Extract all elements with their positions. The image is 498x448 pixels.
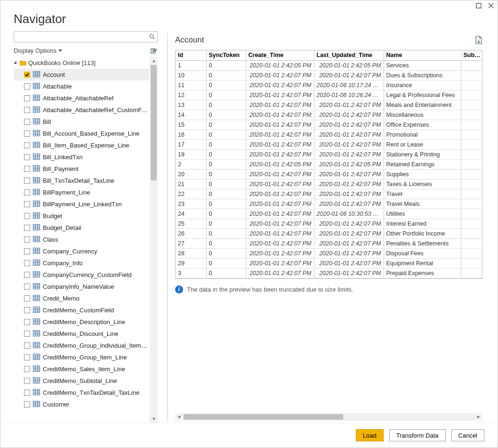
tree-folder-root[interactable]: QuickBooks Online [113] xyxy=(14,57,149,69)
table-row[interactable]: 2502020-01-01 2:42:07 PM2020-01-01 2:42:… xyxy=(176,219,482,228)
checkbox[interactable] xyxy=(24,295,30,301)
checkbox[interactable] xyxy=(24,366,30,372)
table-row[interactable]: 102020-01-01 2:42:05 PM2020-01-01 2:42:0… xyxy=(176,60,482,70)
checkbox[interactable] xyxy=(24,201,30,207)
preview-horizontal-scrollbar[interactable] xyxy=(175,413,482,421)
table-row[interactable]: 2602020-01-01 2:42:07 PM2020-01-01 2:42:… xyxy=(176,228,482,238)
column-header[interactable]: SyncToken xyxy=(206,50,246,60)
tree-item[interactable]: Account xyxy=(14,69,149,81)
scroll-thumb[interactable] xyxy=(151,65,157,180)
load-button[interactable]: Load xyxy=(356,429,384,441)
checkbox[interactable] xyxy=(24,119,30,125)
table-row[interactable]: 1602020-01-01 2:42:07 PM2020-01-01 2:42:… xyxy=(176,130,482,139)
display-options-dropdown[interactable]: Display Options xyxy=(14,47,62,54)
tree-item[interactable]: BillPayment_Line_LinkedTxn xyxy=(14,198,149,210)
pane-divider[interactable] xyxy=(167,33,168,421)
tree-item[interactable]: Bill_Payment xyxy=(14,163,149,175)
tree-item[interactable]: CreditMemo_Group_Individual_Item_Li... xyxy=(14,340,149,351)
transform-data-button[interactable]: Transform Data xyxy=(389,429,446,441)
tree-item[interactable]: CompanyInfo_NameValue xyxy=(14,281,149,293)
tree-item[interactable]: Attachable xyxy=(14,81,149,92)
scroll-thumb[interactable] xyxy=(184,414,343,420)
table-row[interactable]: 1402020-01-01 2:42:07 PM2020-01-01 2:42:… xyxy=(176,110,482,120)
export-icon[interactable] xyxy=(475,36,482,44)
table-row[interactable]: 2902020-01-01 2:42:07 PM2020-01-01 2:42:… xyxy=(176,258,482,268)
tree-item[interactable]: CreditMemo_Description_Line xyxy=(14,316,149,328)
tree-item[interactable]: BillPayment_Line xyxy=(14,187,149,198)
scroll-up-icon[interactable] xyxy=(150,57,158,65)
scroll-down-icon[interactable] xyxy=(150,415,158,423)
checkbox[interactable] xyxy=(24,236,30,243)
close-icon[interactable] xyxy=(488,3,494,8)
tree-item[interactable]: Company_Info xyxy=(14,257,149,269)
checkbox[interactable] xyxy=(24,154,30,160)
search-input[interactable] xyxy=(16,32,147,42)
table-row[interactable]: 2302020-01-01 2:42:07 PM2020-01-01 2:42:… xyxy=(176,199,482,209)
tree-item[interactable]: Customer xyxy=(14,399,149,410)
checkbox[interactable] xyxy=(24,331,30,337)
tree-item[interactable]: CreditMemo_Discount_Line xyxy=(14,328,149,340)
checkbox[interactable] xyxy=(24,401,30,407)
tree-item[interactable]: CreditMemo_TxnTaxDetail_TaxLine xyxy=(14,387,149,399)
checkbox[interactable] xyxy=(24,260,30,266)
tree-item[interactable]: Bill_Account_Based_Expense_Line xyxy=(14,128,149,139)
checkbox[interactable] xyxy=(24,130,30,137)
table-row[interactable]: 2202020-01-01 2:42:07 PM2020-01-01 2:42:… xyxy=(176,189,482,199)
scroll-track[interactable] xyxy=(150,65,158,415)
checkbox[interactable] xyxy=(24,342,30,349)
tree-item[interactable]: Attachable_AttachableRef_CustomField xyxy=(14,104,149,116)
tree-item[interactable]: CompanyCurrency_CustomField xyxy=(14,269,149,281)
tree-item[interactable]: CreditMemo_Sales_Item_Line xyxy=(14,363,149,375)
scroll-track[interactable] xyxy=(184,413,474,421)
checkbox[interactable] xyxy=(24,189,30,195)
table-row[interactable]: 1102020-01-01 2:42:07 PM2020-01-06 10:17… xyxy=(176,80,482,90)
table-row[interactable]: 2002020-01-01 2:42:07 PM2020-01-01 2:42:… xyxy=(176,169,482,179)
table-row[interactable]: 2402020-01-01 2:42:07 PM2020-01-06 10:30… xyxy=(176,209,482,219)
tree-item[interactable]: Bill_Item_Based_Expense_Line xyxy=(14,139,149,151)
checkbox[interactable] xyxy=(24,107,30,113)
tree-item[interactable]: Class xyxy=(14,234,149,245)
scroll-right-icon[interactable] xyxy=(474,413,482,421)
scroll-left-icon[interactable] xyxy=(175,413,184,421)
tree-item[interactable]: Bill_LinkedTxn xyxy=(14,151,149,163)
tree-item[interactable]: Company_Currency xyxy=(14,245,149,257)
tree-item[interactable]: Bill_TxnTaxDetail_TaxLine xyxy=(14,175,149,187)
checkbox[interactable] xyxy=(24,307,30,313)
table-row[interactable]: 1902020-01-01 2:42:07 PM2020-01-01 2:42:… xyxy=(176,149,482,159)
column-header[interactable]: SubAccount xyxy=(461,50,482,60)
checkbox[interactable] xyxy=(24,225,30,231)
tree-vertical-scrollbar[interactable] xyxy=(150,57,158,423)
table-row[interactable]: 1702020-01-01 2:42:07 PM2020-01-01 2:42:… xyxy=(176,139,482,149)
table-row[interactable]: 1502020-01-01 2:42:07 PM2020-01-01 2:42:… xyxy=(176,120,482,130)
cancel-button[interactable]: Cancel xyxy=(451,429,484,441)
checkbox[interactable] xyxy=(24,166,30,172)
tree[interactable]: QuickBooks Online [113] AccountAttachabl… xyxy=(14,57,149,423)
checkbox[interactable] xyxy=(24,83,30,90)
checkbox[interactable] xyxy=(24,378,30,384)
column-header[interactable]: Create_Time xyxy=(246,50,314,60)
table-row[interactable]: 1302020-01-01 2:42:07 PM2020-01-01 2:42:… xyxy=(176,100,482,110)
preview-grid[interactable]: IdSyncTokenCreate_TimeLast_Updated_TimeN… xyxy=(176,50,482,278)
tree-item[interactable]: CreditMemo_Group_Item_Line xyxy=(14,351,149,363)
checkbox[interactable] xyxy=(24,390,30,396)
search-icon[interactable] xyxy=(149,33,155,40)
tree-item[interactable]: CreditMemo_CustomField xyxy=(14,304,149,316)
table-row[interactable]: 2802020-01-01 2:42:07 PM2020-01-01 2:42:… xyxy=(176,248,482,258)
refresh-icon[interactable] xyxy=(150,48,158,54)
table-row[interactable]: 1002020-01-01 2:42:07 PM2020-01-01 2:42:… xyxy=(176,70,482,80)
checkbox[interactable] xyxy=(24,319,30,325)
expand-collapse-icon[interactable] xyxy=(14,61,18,65)
tree-item[interactable]: CreditMemo_Subtotal_Line xyxy=(14,375,149,387)
checkbox[interactable] xyxy=(24,354,30,360)
table-row[interactable]: 202020-01-01 2:42:05 PM2020-01-01 2:42:0… xyxy=(176,159,482,169)
tree-item[interactable]: Budget_Detail xyxy=(14,222,149,234)
checkbox[interactable] xyxy=(24,178,30,184)
column-header[interactable]: Last_Updated_Time xyxy=(314,50,384,60)
tree-item[interactable]: Credit_Memo xyxy=(14,293,149,304)
table-row[interactable]: 302020-01-01 2:42:07 PM2020-01-01 2:42:0… xyxy=(176,268,482,278)
maximize-icon[interactable] xyxy=(476,3,482,8)
checkbox[interactable] xyxy=(24,248,30,254)
search-box[interactable] xyxy=(14,31,158,42)
checkbox[interactable] xyxy=(24,272,30,278)
checkbox[interactable] xyxy=(24,284,30,290)
